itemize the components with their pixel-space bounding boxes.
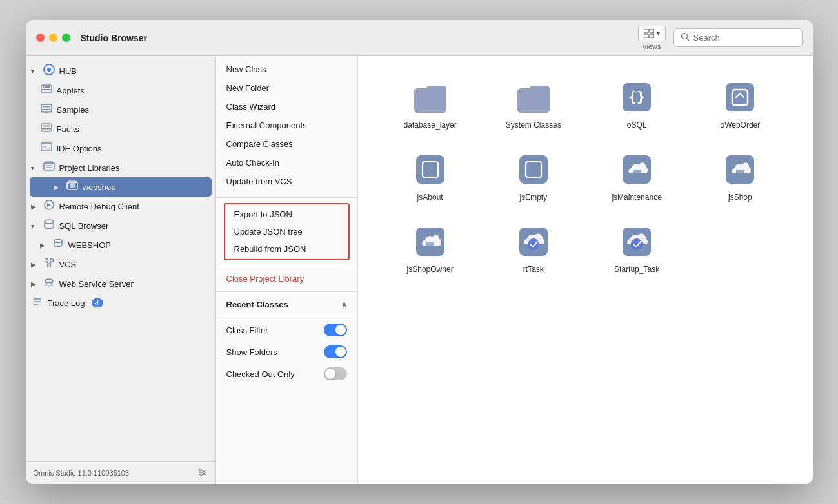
- menu-item-export-json[interactable]: Export to JSON: [225, 206, 348, 223]
- views-button[interactable]: ▾ Views: [638, 26, 666, 50]
- menu-item-external-components[interactable]: External Components: [216, 116, 357, 135]
- menu-item-class-wizard[interactable]: Class Wizard: [216, 97, 357, 116]
- sidebar-item-faults[interactable]: Faults: [26, 119, 215, 139]
- trace-log-badge: 4: [92, 298, 103, 307]
- toggle-class-filter[interactable]: [324, 324, 347, 336]
- file-item-jsabout[interactable]: jsAbout: [379, 144, 482, 209]
- file-item-startup-task[interactable]: Startup_Task: [585, 216, 688, 282]
- svg-rect-10: [45, 86, 50, 88]
- recent-classes-chevron: ∧: [341, 300, 347, 309]
- svg-rect-26: [67, 182, 77, 189]
- svg-point-44: [199, 469, 201, 471]
- sidebar-item-webshop[interactable]: ▶ webshop: [30, 177, 212, 197]
- toggle-label-show-folders: Show Folders: [226, 347, 277, 357]
- file-label-rttask: rtTask: [523, 265, 544, 274]
- sql-icon: [43, 218, 55, 233]
- menu-item-new-class[interactable]: New Class: [216, 60, 357, 79]
- file-label-jsabout: jsAbout: [417, 193, 443, 202]
- sidebar-item-label-webshop: webshop: [83, 182, 116, 192]
- sidebar-item-samples[interactable]: Samples: [26, 100, 215, 119]
- file-item-jsshop[interactable]: jsShop: [688, 144, 792, 209]
- svg-rect-60: [426, 242, 434, 248]
- menu-divider-2: [216, 266, 357, 266]
- sidebar-item-label-sql: SQL Browser: [59, 221, 109, 231]
- sidebar-item-label-remote-debug: Remote Debug Client: [59, 202, 139, 211]
- maximize-button[interactable]: [62, 34, 70, 42]
- svg-rect-58: [736, 170, 744, 176]
- sidebar-item-label-web-service: Web Service Server: [59, 279, 134, 289]
- titlebar: Studio Browser ▾ Views: [26, 20, 813, 56]
- recent-classes-header[interactable]: Recent Classes ∧: [216, 295, 357, 313]
- menu-divider-1: [216, 197, 357, 198]
- file-item-database-layer[interactable]: database_layer: [379, 72, 482, 137]
- svg-point-46: [200, 474, 202, 476]
- recent-classes-label: Recent Classes: [226, 300, 288, 309]
- menu-item-close-library[interactable]: Close Project Library: [216, 269, 357, 289]
- file-item-oweborder[interactable]: oWebOrder: [688, 72, 792, 137]
- chevron-sql: ▾: [31, 222, 39, 229]
- svg-point-64: [631, 238, 643, 250]
- svg-rect-53: [519, 155, 548, 184]
- sidebar-item-web-service[interactable]: ▶ Web Service Server: [26, 274, 215, 293]
- search-icon: [681, 32, 690, 43]
- sidebar-item-applets[interactable]: Applets: [26, 81, 215, 100]
- views-icon: [644, 29, 654, 38]
- file-icon-osql: {}: [616, 79, 657, 115]
- file-item-jsmaintenance[interactable]: jsMaintenance: [585, 144, 688, 209]
- svg-point-45: [203, 471, 205, 473]
- svg-point-62: [528, 238, 539, 250]
- remote-debug-icon: [43, 199, 55, 213]
- menu-item-update-json[interactable]: Update JSON tree: [225, 223, 348, 240]
- main-content: ▾ HUB Applets: [26, 56, 813, 484]
- svg-rect-2: [644, 34, 648, 38]
- chevron-webshop: ▶: [54, 184, 62, 191]
- file-item-jsshopowner[interactable]: jsShopOwner: [379, 216, 482, 282]
- search-box[interactable]: [673, 28, 803, 47]
- settings-icon[interactable]: [197, 467, 208, 479]
- toggle-checked-out[interactable]: [324, 367, 347, 380]
- svg-text:{}: {}: [628, 88, 646, 104]
- file-icon-rttask: [513, 224, 554, 260]
- file-label-oweborder: oWebOrder: [720, 121, 760, 130]
- hub-icon: [43, 64, 55, 78]
- svg-rect-12: [41, 104, 52, 112]
- file-item-osql[interactable]: {} oSQL: [585, 72, 688, 137]
- sidebar-item-project-libraries[interactable]: ▾ Project Libraries: [26, 158, 215, 177]
- sidebar-item-webshop2[interactable]: ▶ WEBSHOP: [26, 235, 215, 255]
- menu-item-compare-classes[interactable]: Compare Classes: [216, 135, 357, 153]
- menu-item-auto-checkin[interactable]: Auto Check-In: [216, 153, 357, 172]
- file-item-jsempty[interactable]: jsEmpty: [482, 144, 585, 209]
- svg-line-36: [46, 262, 49, 264]
- sidebar-item-hub[interactable]: ▾ HUB: [26, 61, 215, 81]
- sidebar-item-remote-debug[interactable]: ▶ Remote Debug Client: [26, 197, 215, 216]
- menu-item-new-folder[interactable]: New Folder: [216, 79, 357, 97]
- sidebar-item-label-trace-log: Trace Log: [48, 298, 85, 308]
- file-label-jsshop: jsShop: [728, 193, 752, 202]
- minimize-button[interactable]: [49, 34, 57, 42]
- search-input[interactable]: [693, 33, 795, 43]
- file-item-rttask[interactable]: rtTask: [482, 216, 585, 282]
- chevron-web-service: ▶: [31, 280, 39, 287]
- webshop2-icon: [52, 238, 65, 252]
- faults-icon: [40, 122, 53, 136]
- chevron-project-libraries: ▾: [31, 164, 39, 171]
- applets-icon: [40, 83, 53, 97]
- toggle-show-folders[interactable]: [324, 345, 347, 358]
- sidebar-item-trace-log[interactable]: Trace Log 4: [26, 293, 215, 313]
- menu-item-rebuild-json[interactable]: Rebuild from JSON: [225, 240, 348, 258]
- file-item-system-classes[interactable]: System Classes: [482, 72, 585, 137]
- sidebar-item-vcs[interactable]: ▶ VCS: [26, 255, 215, 274]
- window-title: Studio Browser: [81, 33, 638, 43]
- file-icon-jsmaintenance: [616, 151, 657, 188]
- project-libraries-icon: [43, 160, 55, 175]
- traffic-lights: [36, 34, 70, 42]
- sidebar-item-ide-options[interactable]: IDE Options: [26, 139, 215, 158]
- sidebar-item-sql-browser[interactable]: ▾ SQL Browser: [26, 216, 215, 235]
- close-button[interactable]: [36, 34, 45, 42]
- sidebar-item-label-samples: Samples: [57, 105, 90, 115]
- web-service-icon: [43, 276, 55, 291]
- sidebar-item-label-applets: Applets: [57, 86, 85, 95]
- toggle-knob-class-filter: [335, 325, 346, 335]
- menu-item-update-from-vcs[interactable]: Update from VCS: [216, 172, 357, 191]
- svg-rect-3: [650, 34, 654, 38]
